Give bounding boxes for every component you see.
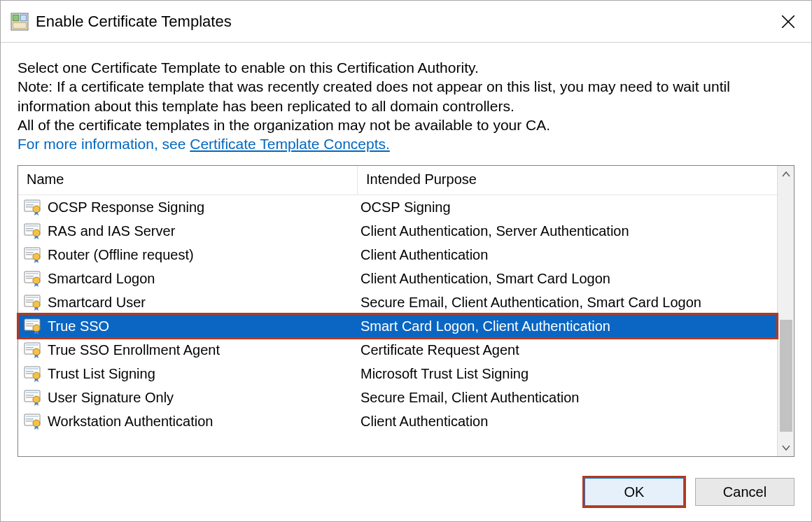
column-purpose[interactable]: Intended Purpose	[358, 166, 777, 195]
ok-button[interactable]: OK	[584, 478, 684, 506]
template-purpose: Client Authentication	[358, 414, 777, 430]
table-row[interactable]: Router (Offline request)Client Authentic…	[18, 243, 777, 267]
svg-rect-7	[26, 202, 38, 203]
svg-rect-49	[26, 397, 34, 398]
table-row[interactable]: Smartcard UserSecure Email, Client Authe…	[18, 290, 777, 314]
svg-rect-47	[26, 392, 38, 393]
instruction-text: Select one Certificate Template to enabl…	[18, 58, 794, 134]
certificate-template-icon	[24, 318, 41, 334]
svg-rect-48	[26, 395, 34, 396]
svg-rect-53	[26, 418, 34, 420]
certificate-template-icon	[24, 199, 41, 216]
cell-name: Router (Offline request)	[18, 246, 358, 263]
template-purpose: Client Authentication	[358, 247, 777, 263]
svg-rect-3	[13, 22, 27, 29]
app-icon	[10, 13, 29, 31]
svg-rect-8	[26, 204, 34, 206]
cell-name: Smartcard Logon	[18, 270, 358, 287]
svg-rect-9	[26, 206, 34, 208]
cancel-button[interactable]: Cancel	[695, 478, 794, 506]
template-purpose: Microsoft Trust List Signing	[358, 366, 777, 382]
table-row[interactable]: RAS and IAS ServerClient Authentication,…	[18, 219, 777, 243]
template-purpose: Secure Email, Client Authentication, Sma…	[358, 295, 777, 311]
more-info-text: For more information, see Certificate Te…	[18, 136, 794, 153]
certificate-template-icon	[24, 389, 41, 406]
svg-rect-29	[26, 302, 34, 303]
certificate-template-icon	[24, 270, 41, 287]
instruction-line1: Select one Certificate Template to enabl…	[18, 58, 794, 77]
svg-point-50	[33, 396, 40, 403]
svg-rect-19	[26, 254, 34, 255]
more-info-link[interactable]: Certificate Template Concepts.	[190, 136, 390, 152]
template-purpose: Secure Email, Client Authentication	[358, 390, 777, 406]
table-row[interactable]: True SSO Enrollment AgentCertificate Req…	[18, 338, 777, 362]
svg-rect-38	[26, 347, 34, 348]
table-row[interactable]: Smartcard LogonClient Authentication, Sm…	[18, 267, 777, 290]
svg-point-10	[33, 206, 40, 213]
svg-point-40	[33, 348, 40, 355]
dialog-body: Select one Certificate Template to enabl…	[1, 43, 811, 464]
svg-rect-37	[26, 344, 38, 346]
table-row[interactable]: Workstation AuthenticationClient Authent…	[18, 409, 777, 433]
template-purpose: Certificate Request Agent	[358, 342, 777, 358]
button-row: OK Cancel	[1, 464, 811, 521]
svg-rect-28	[26, 299, 34, 301]
close-button[interactable]	[771, 4, 806, 39]
template-name: Smartcard Logon	[48, 271, 155, 287]
svg-point-20	[33, 253, 40, 260]
scroll-down-button[interactable]	[778, 439, 794, 456]
svg-point-35	[33, 325, 40, 332]
svg-rect-44	[26, 373, 34, 374]
cell-name: Trust List Signing	[18, 365, 358, 382]
dialog-window: Enable Certificate Templates Select one …	[0, 0, 812, 522]
svg-point-45	[33, 372, 40, 379]
cell-name: Workstation Authentication	[18, 413, 358, 430]
svg-rect-14	[26, 230, 34, 232]
template-purpose: OCSP Signing	[358, 199, 777, 216]
svg-rect-24	[26, 278, 34, 279]
template-name: User Signature Only	[48, 390, 174, 406]
cell-name: RAS and IAS Server	[18, 223, 358, 239]
template-name: Router (Offline request)	[48, 247, 194, 263]
column-name[interactable]: Name	[18, 166, 358, 195]
instruction-line2: Note: If a certificate template that was…	[18, 77, 794, 115]
svg-rect-39	[26, 349, 34, 351]
svg-point-15	[33, 230, 40, 237]
svg-point-30	[33, 301, 40, 308]
svg-rect-27	[26, 297, 38, 298]
table-row[interactable]: OCSP Response SigningOCSP Signing	[18, 195, 777, 219]
template-name: True SSO	[48, 318, 109, 334]
svg-rect-1	[13, 15, 19, 21]
svg-rect-17	[26, 249, 38, 251]
cell-name: Smartcard User	[18, 294, 358, 311]
svg-rect-43	[26, 371, 34, 372]
table-row[interactable]: User Signature OnlySecure Email, Client …	[18, 386, 777, 409]
svg-rect-22	[26, 273, 38, 274]
svg-rect-34	[26, 325, 34, 327]
template-purpose: Client Authentication, Smart Card Logon	[358, 271, 777, 287]
certificate-template-icon	[24, 413, 41, 430]
list-rows-container: OCSP Response SigningOCSP Signing RAS an…	[18, 195, 777, 433]
svg-point-55	[33, 420, 40, 427]
certificate-template-icon	[24, 223, 41, 239]
scroll-up-button[interactable]	[778, 166, 794, 183]
certificate-template-icon	[24, 365, 41, 382]
svg-rect-33	[26, 323, 34, 325]
template-name: Smartcard User	[48, 295, 146, 311]
template-purpose: Client Authentication, Server Authentica…	[358, 223, 777, 239]
svg-point-25	[33, 277, 40, 284]
scroll-thumb[interactable]	[780, 320, 792, 432]
svg-rect-12	[26, 225, 38, 227]
template-purpose: Smart Card Logon, Client Authentication	[358, 318, 777, 334]
template-name: True SSO Enrollment Agent	[48, 342, 220, 358]
svg-rect-13	[26, 228, 34, 230]
table-row[interactable]: Trust List SigningMicrosoft Trust List S…	[18, 362, 777, 386]
cell-name: User Signature Only	[18, 389, 358, 406]
cell-name: True SSO	[18, 318, 358, 334]
svg-rect-18	[26, 252, 34, 253]
template-name: Workstation Authentication	[48, 414, 213, 430]
table-row[interactable]: True SSOSmart Card Logon, Client Authent…	[18, 314, 777, 338]
list-header: Name Intended Purpose	[18, 166, 777, 195]
scrollbar[interactable]	[777, 166, 794, 456]
svg-rect-32	[26, 320, 38, 322]
